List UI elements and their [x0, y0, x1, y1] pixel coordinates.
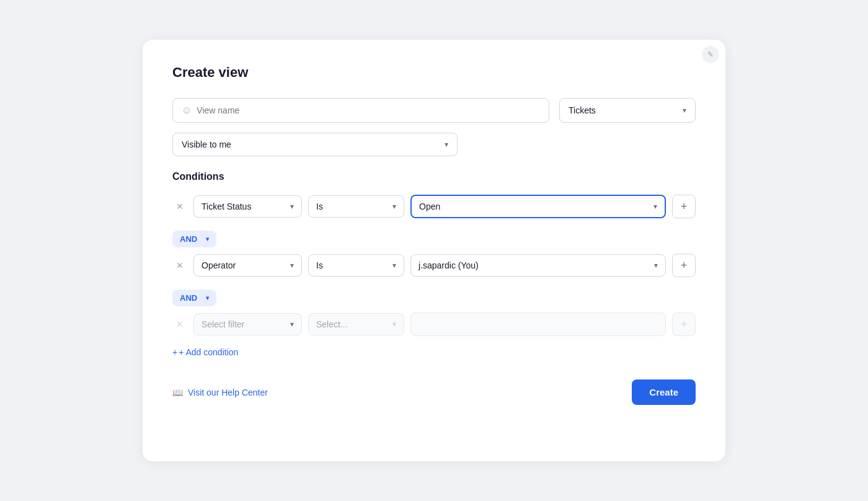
condition-row-1: ✕ Ticket Status ▾ Is ▾ Open ▾ + — [172, 195, 696, 218]
condition-3-value-field — [410, 313, 666, 336]
chevron-down-icon: ▾ — [392, 320, 396, 329]
top-row: ☺ Tickets ▾ — [172, 98, 696, 123]
chevron-down-icon: ▾ — [206, 295, 209, 301]
view-name-field[interactable]: ☺ — [172, 98, 549, 123]
chevron-down-icon: ▾ — [392, 261, 396, 270]
chevron-down-icon: ▾ — [653, 202, 657, 211]
condition-3-filter-select[interactable]: Select filter ▾ — [193, 313, 302, 335]
chevron-down-icon: ▾ — [290, 320, 294, 329]
add-value-1-button[interactable]: + — [672, 195, 696, 218]
emoji-icon: ☺ — [182, 105, 192, 116]
conditions-section-title: Conditions — [172, 171, 696, 182]
condition-3-operator-select[interactable]: Select... ▾ — [308, 313, 404, 335]
view-name-input[interactable] — [197, 105, 540, 115]
page-title: Create view — [172, 64, 696, 81]
condition-1-value-select[interactable]: Open ▾ — [410, 195, 666, 218]
visible-to-select[interactable]: Visible to me ▾ — [172, 133, 458, 156]
tickets-select[interactable]: Tickets ▾ — [559, 98, 696, 123]
footer-row: 📖 Visit our Help Center Create — [172, 379, 696, 405]
chevron-down-icon: ▾ — [445, 140, 448, 149]
condition-2-operator-select[interactable]: Is ▾ — [308, 254, 404, 277]
add-value-3-button: + — [672, 313, 696, 336]
remove-condition-1-button[interactable]: ✕ — [172, 199, 187, 214]
help-center-link[interactable]: 📖 Visit our Help Center — [172, 388, 268, 397]
add-condition-button[interactable]: + + Add condition — [172, 347, 696, 357]
and-badge-1[interactable]: AND ▾ — [172, 231, 216, 247]
remove-condition-2-button[interactable]: ✕ — [172, 258, 187, 273]
condition-row-2: ✕ Operator ▾ Is ▾ j.sapardic (You) ▾ + — [172, 254, 696, 277]
and-badge-2[interactable]: AND ▾ — [172, 290, 216, 306]
create-view-card: ✎ Create view ☺ Tickets ▾ Visible to me … — [143, 40, 725, 461]
plus-icon: + — [172, 347, 177, 357]
chevron-down-icon: ▾ — [290, 261, 294, 270]
condition-row-3: ✕ Select filter ▾ Select... ▾ + — [172, 313, 696, 336]
condition-1-filter-select[interactable]: Ticket Status ▾ — [193, 195, 302, 218]
create-button[interactable]: Create — [632, 379, 696, 405]
chevron-down-icon: ▾ — [206, 236, 209, 242]
book-icon: 📖 — [172, 388, 183, 397]
chevron-down-icon: ▾ — [654, 261, 658, 270]
condition-1-operator-select[interactable]: Is ▾ — [308, 195, 404, 218]
add-value-2-button[interactable]: + — [672, 254, 696, 277]
card-corner-decoration: ✎ — [702, 46, 719, 63]
chevron-down-icon: ▾ — [290, 202, 294, 211]
remove-condition-3-button[interactable]: ✕ — [172, 317, 187, 332]
chevron-down-icon: ▾ — [392, 202, 396, 211]
chevron-down-icon: ▾ — [683, 106, 686, 115]
condition-2-value-select[interactable]: j.sapardic (You) ▾ — [410, 254, 666, 277]
condition-2-filter-select[interactable]: Operator ▾ — [193, 254, 302, 277]
